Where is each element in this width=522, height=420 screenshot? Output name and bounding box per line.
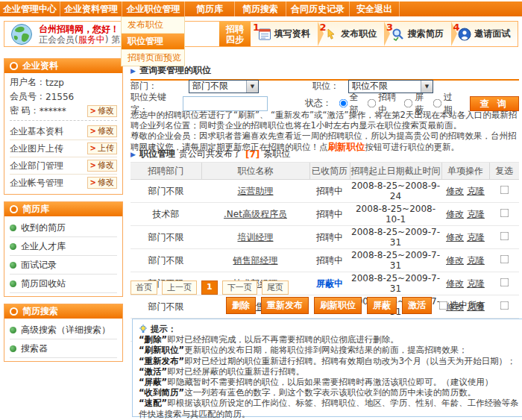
modify-password-button[interactable]: >修改: [87, 105, 117, 117]
nav-tab-company-profile[interactable]: 企业资料管理: [60, 1, 122, 16]
current-page-button[interactable]: 1: [201, 280, 218, 295]
radio-expired-input[interactable]: [433, 99, 441, 108]
row-checkbox[interactable]: [500, 278, 509, 287]
modify-department-button[interactable]: >修改: [87, 160, 117, 172]
republish-button[interactable]: 重新发布: [261, 297, 309, 314]
sidebar-item-received-resumes[interactable]: 收到的简历: [10, 219, 117, 237]
job-count: [7]: [245, 149, 260, 160]
clone-link[interactable]: 克隆: [467, 209, 485, 219]
tips-box: 提示： “删除”即对已经招聘完成，以后不再需要招聘的职位彻底进行删除。 “刷新职…: [132, 319, 522, 417]
prev-page-button[interactable]: 上一页: [162, 280, 197, 295]
job-dept: 技术部: [130, 203, 201, 226]
row-checkbox[interactable]: [500, 232, 509, 241]
upload-image-button[interactable]: >上传: [87, 142, 117, 154]
keyword-input[interactable]: [183, 96, 268, 111]
jobs-table: 招聘部门 职位名称 已收简历 招聘起止日期截止时间 单项操作 复选 部门不限 运…: [130, 162, 519, 342]
nav-tab-resume-search[interactable]: 简历搜索: [235, 1, 286, 16]
resume-library-box: 简历库 收到的简历 企业人才库 面试记录 简历回收站: [4, 201, 123, 297]
lightbulb-icon: [139, 325, 148, 334]
job-status: 招聘中: [309, 226, 350, 249]
steps-bar: 1 填写资料 2 发布职位: [251, 22, 518, 46]
step-label: 发布职位: [341, 28, 377, 40]
arrow-icon: >: [90, 160, 96, 171]
modify-link[interactable]: 修改: [446, 278, 464, 289]
row-checkbox[interactable]: [500, 301, 509, 310]
col-status: 已收简历: [309, 163, 350, 180]
nav-tab-resume-library[interactable]: 简历库: [185, 1, 235, 16]
step-search-resume[interactable]: 3 搜索简历: [384, 22, 451, 46]
sidebar-item-talent-pool[interactable]: 企业人才库: [10, 237, 117, 256]
table-header-row: 招聘部门 职位名称 已收简历 招聘起止日期截止时间 单项操作 复选: [130, 163, 519, 180]
menu-item-recruit-page-preview[interactable]: 招聘页面预览: [122, 50, 184, 66]
nav-tab-logout[interactable]: 安全退出: [350, 1, 400, 16]
modify-link[interactable]: 修改: [446, 209, 464, 219]
modify-link[interactable]: 修改: [446, 232, 464, 242]
first-page-button[interactable]: 首页: [130, 280, 157, 295]
modify-link[interactable]: 修改: [446, 186, 464, 196]
tip-activate: “激活”即对已经屏蔽的职位重新进行招聘。: [139, 366, 521, 377]
clone-link[interactable]: 克隆: [467, 255, 485, 266]
bullseye-icon: [10, 205, 18, 213]
arrow-icon: >: [90, 143, 96, 154]
select-all-checkbox[interactable]: [439, 301, 448, 310]
brand-box: 台州招聘网，您好！ 正会会员(服务中) 第2365: [4, 22, 219, 46]
green-arrow-icon: [10, 243, 16, 250]
radio-all-input[interactable]: [339, 99, 348, 108]
company-profile-box: 企业资料 用户名：tzzp 会员号：21556 密 码：****** >修改 企…: [4, 58, 123, 195]
next-page-button[interactable]: 下一页: [222, 280, 257, 295]
menu-item-job-management[interactable]: 职位管理: [122, 34, 184, 50]
sidebar-item-department-management[interactable]: 企业部门管理 >修改: [10, 157, 117, 175]
clone-link[interactable]: 克隆: [467, 278, 485, 289]
select-all[interactable]: 选中所有: [437, 299, 485, 312]
radio-recruiting-input[interactable]: [368, 99, 377, 108]
sidebar-item-search-agent[interactable]: 搜索器: [10, 339, 117, 358]
clone-link[interactable]: 克隆: [467, 186, 485, 196]
refresh-job-button[interactable]: 刷新职位: [314, 297, 362, 314]
step-fill-profile[interactable]: 1 填写资料: [251, 22, 318, 46]
green-arrow-icon: [10, 345, 16, 352]
sidebar-item-account-management[interactable]: 企业帐号管理 >修改: [10, 175, 117, 191]
step-invite-interview[interactable]: 4 邀请面试: [451, 22, 518, 46]
select-all-label: 选中所有: [450, 299, 485, 312]
tip-received-resumes: “收到简历”这一列若有蓝色的数字，则这个数字表示该职位收到的简历中未读的简历数。: [139, 387, 521, 398]
modify-link[interactable]: 修改: [446, 255, 464, 266]
modify-account-button[interactable]: >修改: [87, 177, 117, 189]
radio-blocked-input[interactable]: [404, 99, 413, 108]
arrow-icon: >: [90, 106, 96, 116]
row-checkbox[interactable]: [500, 255, 509, 264]
modify-basic-info-button[interactable]: >修改: [87, 125, 117, 137]
block-button[interactable]: 屏蔽: [367, 297, 397, 314]
sidebar-item-advanced-search[interactable]: 高级搜索（详细搜索）: [10, 321, 117, 339]
nav-tab-company-center[interactable]: 企业管理中心: [0, 1, 60, 16]
job-dept: 部门不限: [130, 226, 201, 249]
sidebar-item-resume-recycle-bin[interactable]: 简历回收站: [10, 275, 117, 293]
bullseye-icon: [10, 62, 18, 70]
delete-button[interactable]: 删除: [226, 297, 256, 314]
col-ops: 单项操作: [441, 163, 489, 180]
job-name-link[interactable]: 培训经理: [238, 232, 274, 242]
menu-item-publish-job[interactable]: 发布职位: [122, 17, 184, 34]
row-checkbox[interactable]: [500, 186, 509, 195]
nav-tab-job-management[interactable]: 企业职位管理: [122, 1, 185, 16]
clone-link[interactable]: 克隆: [467, 232, 485, 242]
sidebar-item-interview-records[interactable]: 面试记录: [10, 256, 117, 275]
row-checkbox[interactable]: [500, 209, 509, 218]
four-steps-badge: 招聘四步: [219, 22, 251, 46]
activate-button[interactable]: 激活: [402, 297, 432, 314]
green-arrow-icon: [10, 225, 16, 231]
job-name-link[interactable]: .Net高级程序员: [224, 209, 287, 219]
query-form: 部门： 部门不限 ▼ 职位： 职位不限 ▼ 职位关键字： 状态： 全部: [130, 78, 519, 112]
nav-tab-contract-history[interactable]: 合同历史记录: [286, 1, 350, 16]
sidebar-item-company-basic-info[interactable]: 企业基本资料 >修改: [10, 123, 117, 140]
dept-select[interactable]: 部门不限 ▼: [189, 80, 259, 93]
step-publish-job[interactable]: 2 发布职位: [318, 22, 385, 46]
job-name-link[interactable]: 销售部经理: [233, 255, 278, 266]
notice-refresh-info: 您选中的招聘职位若进行了“刷新”、 “重新发布”或“激活”操作，将在第2天出现在…: [130, 110, 519, 131]
job-date: 2008-8-25~2009-7-31: [350, 226, 441, 249]
last-page-button[interactable]: 尾页: [262, 280, 289, 295]
job-name-link[interactable]: 运营助理: [238, 186, 274, 196]
sidebar-item-company-image-upload[interactable]: 企业图片上传 >上传: [10, 140, 117, 157]
search-button[interactable]: 查 询: [470, 96, 519, 111]
username-value: tzzp: [45, 78, 64, 88]
arrow-icon: >: [90, 178, 96, 188]
